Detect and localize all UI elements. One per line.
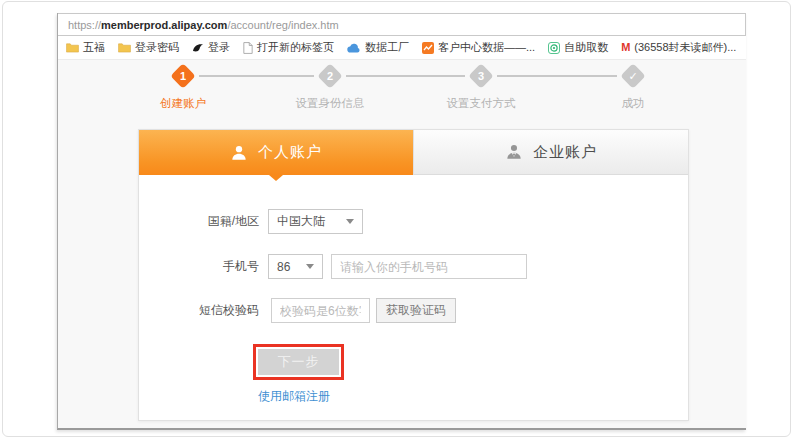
bookmark-item[interactable]: M (36558封未读邮件)... [621,40,736,55]
bookmark-label: 自助取数 [564,40,608,55]
step-identity-info: 2 设置身份信息 [260,65,400,111]
tab-enterprise-account[interactable]: 企业账户 [413,130,688,175]
bookmark-label: (36558封未读邮件)... [634,40,736,55]
region-label: 国籍/地区 [139,213,259,230]
email-register-link[interactable]: 使用邮箱注册 [258,388,330,405]
url-scheme: https:// [68,19,101,31]
step-diamond: 3 [468,63,493,88]
cloud-icon [347,43,361,53]
url-domain: memberprod.alipay.com [101,19,227,31]
bookmark-item[interactable]: 自助取数 [548,40,608,55]
bookmark-label: 打开新的标签页 [257,40,334,55]
gear-icon [548,42,560,54]
bookmark-item[interactable]: 登录 [192,40,230,55]
bookmark-item[interactable]: 客户中心数据——... [422,40,535,55]
chevron-down-icon [306,264,314,269]
step-label: 设置身份信息 [260,96,400,111]
person-icon [230,144,248,162]
chart-icon [422,42,434,54]
region-row: 国籍/地区 中国大陆 [139,209,688,234]
bookmark-label: 登录密码 [135,40,179,55]
page-content: 1 创建账户 2 设置身份信息 3 设置支付方式 ✓ 成功 个人账户 [58,60,746,428]
bookmark-label: 五福 [83,40,105,55]
account-type-tabs: 个人账户 企业账户 [139,130,688,175]
region-value: 中国大陆 [277,213,325,230]
phone-input[interactable] [331,254,527,279]
step-label: 成功 [563,96,703,111]
bookmark-item[interactable]: 登录密码 [118,40,179,55]
step-success: ✓ 成功 [563,65,703,111]
phone-row: 手机号 86 [139,254,688,279]
folder-icon [118,42,131,53]
step-create-account: 1 创建账户 [113,65,253,111]
sms-code-input[interactable] [271,298,370,323]
page-icon [243,42,253,54]
tab-label: 个人账户 [258,143,322,162]
sms-row: 短信校验码 获取验证码 [139,298,688,323]
bookmark-label: 登录 [208,40,230,55]
bookmark-item[interactable]: 五福 [66,40,105,55]
phone-label: 手机号 [139,258,259,275]
tab-label: 企业账户 [533,143,597,162]
sms-label: 短信校验码 [139,302,259,319]
business-person-icon [505,143,523,161]
folder-icon [66,42,79,53]
next-step-button[interactable]: 下一步 [258,349,339,375]
gmail-icon: M [621,42,630,53]
get-code-button[interactable]: 获取验证码 [376,298,456,323]
bookmarks-bar: 五福 登录密码 登录 打开新的标签页 数据工厂 客户中心数据——... 自助取数… [58,36,746,60]
bookmark-item[interactable]: 数据工厂 [347,40,409,55]
step-diamond: 2 [317,63,342,88]
url-path: /account/reg/index.htm [227,19,338,31]
step-payment-method: 3 设置支付方式 [411,65,551,111]
step-label: 创建账户 [113,96,253,111]
step-label: 设置支付方式 [411,96,551,111]
step-diamond: 1 [170,63,195,88]
country-code-select[interactable]: 86 [268,254,323,279]
bookmark-item[interactable]: 打开新的标签页 [243,40,334,55]
address-bar[interactable]: https://memberprod.alipay.com/account/re… [58,13,746,36]
registration-card: 个人账户 企业账户 国籍/地区 中国大陆 手机号 [138,129,689,421]
region-select[interactable]: 中国大陆 [268,209,363,234]
bookmark-label: 客户中心数据——... [438,40,535,55]
bird-icon [192,42,204,54]
bookmark-label: 数据工厂 [365,40,409,55]
chevron-down-icon [346,219,354,224]
active-tab-notch [269,175,283,181]
country-code-value: 86 [277,260,290,274]
tab-personal-account[interactable]: 个人账户 [139,130,413,175]
check-icon: ✓ [620,63,645,88]
browser-screenshot: https://memberprod.alipay.com/account/re… [57,13,746,430]
